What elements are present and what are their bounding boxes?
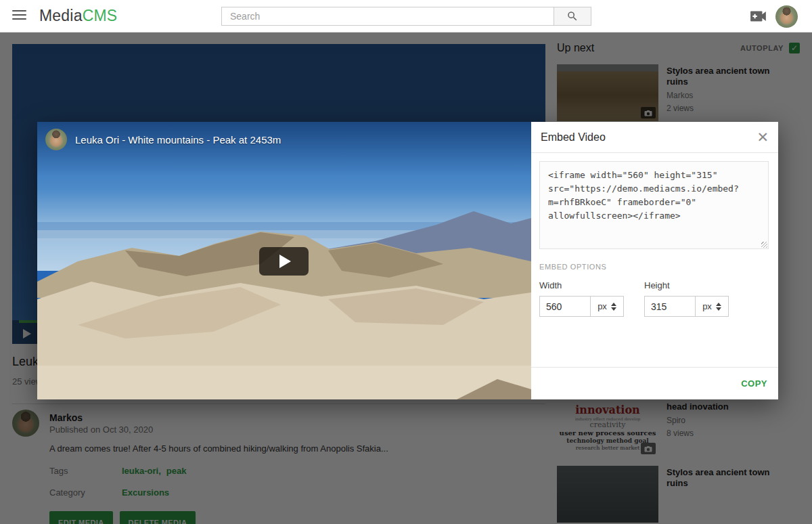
embed-video-modal: Leuka Ori - White mountains - Peak at 24… xyxy=(37,122,778,399)
app-logo[interactable]: MediaCMS xyxy=(39,7,117,25)
height-unit-select[interactable]: px xyxy=(696,297,728,316)
search-bar xyxy=(221,7,591,26)
embed-code-textarea[interactable]: <iframe width="560" height="315" src="ht… xyxy=(539,161,769,249)
preview-video-title: Leuka Ori - White mountains - Peak at 24… xyxy=(75,134,281,146)
embed-options-panel: Embed Video ✕ <iframe width="560" height… xyxy=(531,122,778,399)
height-label: Height xyxy=(644,280,729,290)
copy-button[interactable]: COPY xyxy=(741,378,767,389)
height-input[interactable] xyxy=(645,297,696,316)
spinner-icon xyxy=(716,303,721,311)
width-unit-select[interactable]: px xyxy=(591,297,623,316)
embed-preview-player[interactable]: Leuka Ori - White mountains - Peak at 24… xyxy=(37,122,531,399)
search-input[interactable] xyxy=(221,7,554,26)
logo-cms: CMS xyxy=(83,7,118,24)
unit-label: px xyxy=(702,301,712,311)
search-button[interactable] xyxy=(554,7,591,26)
play-icon xyxy=(279,255,291,268)
top-bar: MediaCMS xyxy=(0,0,812,32)
search-icon xyxy=(566,10,579,22)
resize-handle-icon[interactable] xyxy=(761,242,767,248)
embed-options-label: EMBED OPTIONS xyxy=(539,263,769,271)
user-avatar[interactable] xyxy=(775,5,798,28)
video-add-icon xyxy=(750,9,767,23)
logo-media: Media xyxy=(39,7,83,24)
preview-author-avatar[interactable] xyxy=(45,129,67,150)
width-input[interactable] xyxy=(540,297,591,316)
menu-icon[interactable] xyxy=(12,10,26,22)
unit-label: px xyxy=(597,301,607,311)
width-label: Width xyxy=(539,280,624,290)
close-icon[interactable]: ✕ xyxy=(757,131,769,144)
add-media-button[interactable] xyxy=(750,9,767,23)
spinner-icon xyxy=(611,303,616,311)
modal-title: Embed Video xyxy=(541,131,606,144)
preview-play-button[interactable] xyxy=(259,247,309,276)
